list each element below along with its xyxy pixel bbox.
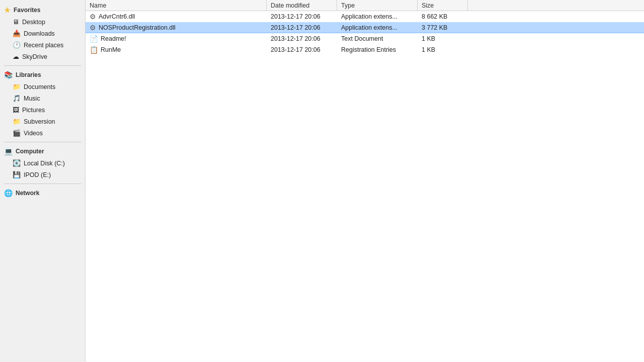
- skydrive-icon: ☁: [13, 53, 19, 60]
- libraries-group-icon: 📚: [4, 71, 13, 79]
- main-content: Name Date modified Type Size ⚙ AdvrCntr6…: [86, 0, 644, 362]
- sidebar-item-videos-label: Videos: [24, 130, 43, 137]
- file-size-col: 1 KB: [418, 46, 468, 54]
- sidebar-group-network-header: 🌐 Network: [0, 187, 85, 199]
- sidebar-item-documents[interactable]: 📁 Documents: [0, 81, 85, 93]
- sidebar-group-computer-header: 💻 Computer: [0, 145, 85, 157]
- sidebar-group-favorites-header: ★ Favorites: [0, 4, 85, 16]
- column-header-date-modified[interactable]: Date modified: [267, 0, 337, 11]
- table-row[interactable]: 📋 RunMe 2013-12-17 20:06 Registration En…: [86, 44, 644, 55]
- sidebar-item-videos[interactable]: 🎬 Videos: [0, 127, 85, 139]
- file-type-col: Registration Entries: [337, 46, 418, 54]
- sidebar-item-skydrive-label: SkyDrive: [22, 53, 47, 60]
- sidebar-item-desktop-label: Desktop: [22, 19, 45, 26]
- divider-2: [4, 142, 81, 142]
- file-name: RunMe: [101, 46, 121, 53]
- file-icon: ⚙: [90, 24, 96, 32]
- file-date-col: 2013-12-17 20:06: [267, 35, 337, 43]
- column-header-type[interactable]: Type: [337, 0, 418, 11]
- sidebar-item-subversion-label: Subversion: [24, 118, 55, 125]
- documents-icon: 📁: [13, 83, 21, 90]
- sidebar-item-recent-places-label: Recent places: [24, 42, 63, 49]
- sidebar-item-pictures[interactable]: 🖼 Pictures: [0, 104, 85, 116]
- sidebar-group-network: 🌐 Network: [0, 187, 85, 199]
- file-list: ⚙ AdvrCntr6.dll 2013-12-17 20:06 Applica…: [86, 11, 644, 362]
- computer-group-icon: 💻: [4, 147, 13, 155]
- column-header-name[interactable]: Name: [86, 0, 267, 11]
- sidebar-item-skydrive[interactable]: ☁ SkyDrive: [0, 51, 85, 62]
- file-icon: ⚙: [90, 13, 96, 21]
- libraries-label: Libraries: [16, 71, 41, 78]
- subversion-icon: 📁: [13, 118, 21, 125]
- network-group-icon: 🌐: [4, 189, 13, 197]
- file-name: AdvrCntr6.dll: [99, 13, 135, 20]
- sidebar-item-recent-places[interactable]: 🕐 Recent places: [0, 39, 85, 51]
- star-icon: ★: [4, 6, 11, 14]
- favorites-label: Favorites: [14, 7, 40, 14]
- local-disk-c-icon: 💽: [13, 159, 21, 167]
- file-name-col: 📋 RunMe: [86, 45, 267, 54]
- sidebar-item-ipod-e-label: IPOD (E:): [24, 171, 51, 178]
- pictures-icon: 🖼: [13, 106, 19, 114]
- sidebar-item-downloads-label: Downloads: [24, 30, 55, 37]
- file-icon: 📋: [90, 46, 98, 54]
- file-name-col: ⚙ AdvrCntr6.dll: [86, 12, 267, 21]
- downloads-icon: 📥: [13, 30, 21, 37]
- sidebar-item-downloads[interactable]: 📥 Downloads: [0, 28, 85, 39]
- sidebar-group-computer: 💻 Computer 💽 Local Disk (C:) 💾 IPOD (E:): [0, 145, 85, 180]
- videos-icon: 🎬: [13, 129, 21, 137]
- file-type-col: Text Document: [337, 35, 418, 43]
- file-list-header: Name Date modified Type Size: [86, 0, 644, 11]
- sidebar-item-ipod-e[interactable]: 💾 IPOD (E:): [0, 169, 85, 180]
- table-row[interactable]: 📄 Readme! 2013-12-17 20:06 Text Document…: [86, 33, 644, 44]
- file-size-col: 3 772 KB: [418, 24, 468, 32]
- file-name-col: 📄 Readme!: [86, 34, 267, 43]
- sidebar-item-local-disk-c[interactable]: 💽 Local Disk (C:): [0, 157, 85, 169]
- sidebar-group-libraries: 📚 Libraries 📁 Documents 🎵 Music 🖼 Pictur…: [0, 69, 85, 139]
- music-icon: 🎵: [13, 95, 21, 102]
- ipod-e-icon: 💾: [13, 171, 21, 178]
- sidebar-item-music-label: Music: [24, 95, 40, 102]
- file-size-col: 1 KB: [418, 35, 468, 43]
- table-row[interactable]: ⚙ AdvrCntr6.dll 2013-12-17 20:06 Applica…: [86, 11, 644, 22]
- sidebar-group-favorites: ★ Favorites 🖥 Desktop 📥 Downloads 🕐 Rece…: [0, 4, 85, 62]
- file-name: NOSProductRegistration.dll: [99, 24, 176, 31]
- sidebar-item-pictures-label: Pictures: [22, 107, 45, 114]
- sidebar-item-documents-label: Documents: [24, 83, 55, 90]
- file-size-col: 8 662 KB: [418, 13, 468, 21]
- sidebar-item-desktop[interactable]: 🖥 Desktop: [0, 16, 85, 28]
- divider-1: [4, 65, 81, 66]
- desktop-icon: 🖥: [13, 18, 19, 26]
- computer-label: Computer: [16, 148, 44, 155]
- column-header-size[interactable]: Size: [418, 0, 468, 11]
- file-type-col: Application extens...: [337, 13, 418, 21]
- table-row[interactable]: ⚙ NOSProductRegistration.dll 2013-12-17 …: [86, 22, 644, 33]
- file-date-col: 2013-12-17 20:06: [267, 46, 337, 54]
- sidebar-item-local-disk-c-label: Local Disk (C:): [24, 160, 65, 167]
- sidebar: ★ Favorites 🖥 Desktop 📥 Downloads 🕐 Rece…: [0, 0, 86, 362]
- recent-places-icon: 🕐: [13, 41, 21, 49]
- sidebar-item-subversion[interactable]: 📁 Subversion: [0, 116, 85, 127]
- file-type-col: Application extens...: [337, 24, 418, 32]
- sidebar-group-libraries-header: 📚 Libraries: [0, 69, 85, 81]
- file-date-col: 2013-12-17 20:06: [267, 24, 337, 32]
- network-label: Network: [16, 190, 39, 197]
- file-name: Readme!: [101, 35, 126, 42]
- divider-3: [4, 184, 81, 184]
- file-date-col: 2013-12-17 20:06: [267, 13, 337, 21]
- sidebar-item-music[interactable]: 🎵 Music: [0, 93, 85, 104]
- file-icon: 📄: [90, 35, 98, 43]
- file-name-col: ⚙ NOSProductRegistration.dll: [86, 23, 267, 32]
